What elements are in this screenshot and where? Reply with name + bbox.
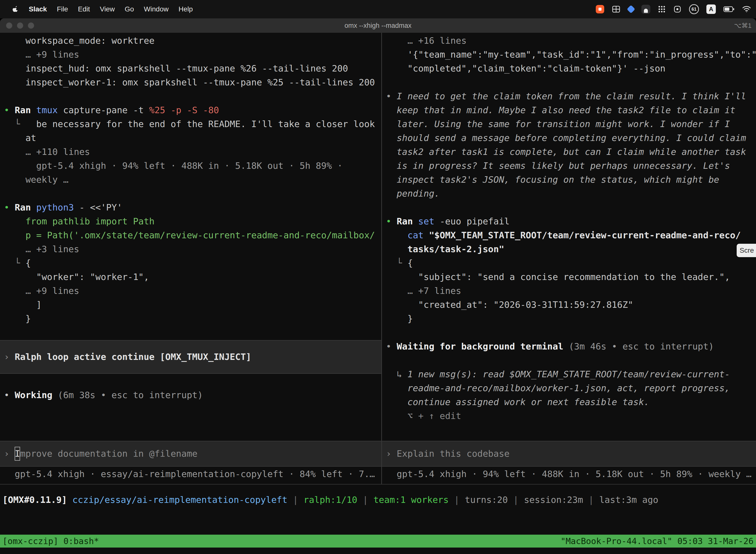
window-grid-icon[interactable] <box>612 5 621 14</box>
text-segment: set <box>418 216 440 226</box>
terminal-line: is in progress? It seems likely but perh… <box>382 159 756 173</box>
menu-bar: SlackFileEditViewGoWindowHelp <box>0 0 756 18</box>
screen-recording-stop-icon[interactable] <box>596 5 604 13</box>
terminal-body: workspace_mode: worktree … +9 lines insp… <box>0 33 756 485</box>
text-segment: cczip/essay/ai-reimplementation-copyleft <box>72 495 288 505</box>
window-title-bar[interactable]: omx --xhigh --madmax ⌥⌘1 <box>0 18 756 33</box>
terminal-line: pending. <box>382 187 756 201</box>
text-segment: | <box>358 495 374 505</box>
tmux-session-window-label: [omx-cczip] 0:bash* <box>2 536 99 546</box>
text-segment: pending. <box>386 188 440 199</box>
text-segment: › <box>4 350 15 364</box>
text-cursor: I <box>15 447 20 461</box>
text-segment: -euo pipefail <box>440 216 510 226</box>
text-segment: readme-and-reco/mailbox/worker-1.json, a… <box>386 383 730 393</box>
terminal-line: gpt-5.4 xhigh · 94% left · 488K in · 5.1… <box>382 467 756 481</box>
text-segment: from pathlib import Path <box>4 216 154 226</box>
text-segment: mprove documentation in @filename <box>20 447 197 461</box>
terminal-line: … +9 lines <box>0 284 381 298</box>
menu-item-help[interactable]: Help <box>174 5 198 13</box>
menu-item-edit[interactable]: Edit <box>73 5 95 13</box>
window-title: omx --xhigh --madmax <box>344 22 412 30</box>
text-segment: I need to get the claim token from the c… <box>397 91 746 101</box>
text-segment: … +9 lines <box>4 286 79 296</box>
blank-line <box>382 353 756 367</box>
text-segment: be necessary for the end of the README. … <box>36 119 375 129</box>
terminal-line: later. Using the same for transition mig… <box>382 117 756 131</box>
raycast-icon[interactable] <box>628 6 634 12</box>
terminal-line: [OMX#0.11.9] cczip/essay/ai-reimplementa… <box>0 493 756 507</box>
text-segment <box>386 230 407 240</box>
terminal-line: cat "$OMX_TEAM_STATE_ROOT/team/review-cu… <box>382 228 756 242</box>
menu-item-file[interactable]: File <box>52 5 73 13</box>
tmux-pane-right[interactable]: … +16 lines '{"team_name":"my-team","tas… <box>382 33 756 484</box>
terminal-line: … +3 lines <box>0 242 381 256</box>
text-segment: later. Using the same for transition mig… <box>386 119 730 129</box>
screenshot-overlay-label: Scre <box>740 246 754 255</box>
terminal-line: "created_at": "2026-03-31T11:59:27.816Z" <box>382 298 756 312</box>
text-segment: • <box>386 91 397 101</box>
menu-item-go[interactable]: Go <box>120 5 139 13</box>
menu-items: SlackFileEditViewGoWindowHelp <box>24 0 198 18</box>
text-segment: | <box>583 495 599 505</box>
app-grid-icon[interactable] <box>658 5 666 13</box>
text-segment: is in progress? It seems likely but perh… <box>386 161 730 171</box>
minimize-button[interactable] <box>17 22 23 29</box>
battery-percentage-badge[interactable]: 61 <box>689 4 699 14</box>
text-segment: • <box>4 390 15 400</box>
prompt-bar[interactable]: › Explain this codebase <box>382 441 756 466</box>
battery-icon[interactable] <box>723 6 735 12</box>
text-segment: inspect task2's JSON, focusing on the st… <box>386 174 719 185</box>
wifi-icon[interactable] <box>742 6 751 13</box>
text-segment: tasks/task-2.json" <box>386 244 504 254</box>
text-segment: capture-pane -t <box>63 105 149 115</box>
menu-item-window[interactable]: Window <box>139 5 174 13</box>
zoom-button[interactable] <box>28 22 34 29</box>
menu-item-view[interactable]: View <box>95 5 120 13</box>
recording-indicator-shape <box>596 5 604 13</box>
tmux-pane-left[interactable]: workspace_mode: worktree … +9 lines insp… <box>0 33 381 484</box>
text-segment: %25 -p -S -80 <box>149 105 219 115</box>
terminal-line: gpt-5.4 xhigh · essay/ai-reimplementatio… <box>0 467 381 481</box>
text-segment: tmux <box>36 105 63 115</box>
terminal-line: workspace_mode: worktree <box>0 34 381 48</box>
terminal-line: from pathlib import Path <box>0 214 381 228</box>
terminal-line: • Ran set -euo pipefail <box>382 214 756 228</box>
text-segment: gpt-5.4 xhigh · essay/ai-reimplementatio… <box>4 469 375 479</box>
blank-line <box>382 326 756 340</box>
text-segment: '{"team_name":"my-team","task_id":"1","f… <box>386 49 756 60</box>
terminal-line: • Waiting for background terminal (3m 46… <box>382 340 756 353</box>
text-segment: session:23m <box>524 495 583 505</box>
text-segment: continue assigned work or next feasible … <box>386 397 649 407</box>
terminal-line: keep that in mind. Maybe I also need the… <box>382 103 756 117</box>
blank-line <box>382 75 756 89</box>
prompt-bar[interactable]: › Improve documentation in @filename <box>0 441 381 466</box>
terminal-line: • Working (6m 38s • esc to interrupt) <box>0 388 381 402</box>
text-segment: Working <box>15 390 58 400</box>
text-segment: weekly … <box>4 174 68 185</box>
text-segment: (3m 46s • esc to interrupt) <box>569 341 714 351</box>
ghostty-icon[interactable] <box>641 5 650 14</box>
right-pane-input-area: › Explain this codebase gpt-5.4 xhigh · … <box>382 440 756 484</box>
text-segment: (6m 38s • esc to interrupt) <box>58 390 203 400</box>
text-segment: cat <box>407 230 429 240</box>
left-pane-input-area: › Improve documentation in @filename gpt… <box>0 440 381 484</box>
text-segment: [OMX#0.11.9] <box>2 495 72 505</box>
terminal-line: … +110 lines <box>0 145 381 159</box>
prompt-bar[interactable]: › Ralph loop active continue [OMX_TMUX_I… <box>0 340 381 374</box>
text-segment: 1 new msg(s): read $OMX_TEAM_STATE_ROOT/… <box>407 369 730 379</box>
apple-menu[interactable] <box>7 5 24 13</box>
screenshot-preview-overlay[interactable]: Scre <box>737 244 756 257</box>
text-segment: p = Path('.omx/state/team/review-current… <box>4 230 375 240</box>
menu-item-slack[interactable]: Slack <box>24 5 52 13</box>
text-segment: … +110 lines <box>4 147 90 157</box>
text-segment: ⌥ + ↑ edit <box>386 411 461 421</box>
blank-line <box>382 201 756 214</box>
close-button[interactable] <box>6 22 12 29</box>
menu-extra-icon[interactable] <box>673 5 682 13</box>
input-source-icon[interactable]: A <box>706 4 716 14</box>
terminal-line: p = Path('.omx/state/team/review-current… <box>0 228 381 242</box>
text-segment: Ran <box>15 105 36 115</box>
text-segment: | <box>508 495 524 505</box>
text-segment: • <box>4 105 15 115</box>
